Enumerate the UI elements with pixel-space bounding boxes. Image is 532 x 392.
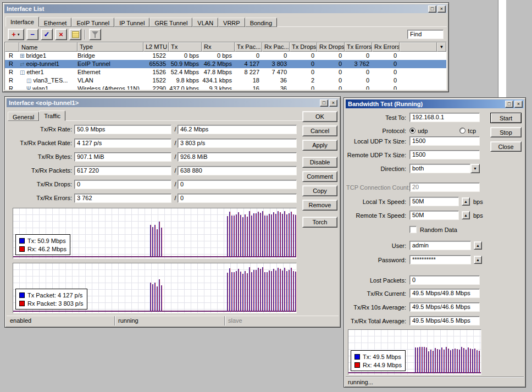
find-input[interactable]: Find bbox=[407, 30, 444, 39]
bandwidth-test-window: Bandwidth Test (Running) □ × Test To: 19… bbox=[343, 97, 526, 388]
row-rx-errors: 0 bbox=[372, 60, 400, 68]
test-to-input[interactable]: 192.168.0.1 bbox=[409, 113, 480, 122]
password-up-icon[interactable]: ▲ bbox=[474, 256, 482, 264]
table-row-bridge1[interactable]: R ⊞bridge1 Bridge 1522 0 bps 0 bps 0 0 0… bbox=[5, 52, 446, 60]
column-rx[interactable]: Rx bbox=[202, 42, 235, 52]
user-input[interactable]: admin bbox=[409, 241, 471, 250]
rx-packet-rate-field: 3 803 p/s bbox=[178, 139, 297, 148]
column-rx-errors[interactable]: Rx Errors bbox=[372, 42, 400, 52]
bandwidth-chart: Tx: 49.5 Mbps Rx: 44.9 Mbps bbox=[348, 329, 481, 375]
toolbar-separator bbox=[85, 30, 86, 40]
remote-udp-size-label: Remote UDP Tx Size: bbox=[346, 152, 409, 158]
row-name: ⊞bridge1 bbox=[19, 52, 77, 60]
direction-dropdown-button[interactable]: ▼ bbox=[470, 164, 480, 173]
user-up-icon[interactable]: ▲ bbox=[474, 241, 482, 250]
local-udp-size-input[interactable]: 1500 bbox=[409, 136, 480, 146]
txrx-10s-avg-label: Tx/Rx 10s Average: bbox=[346, 304, 409, 311]
row-flag: R bbox=[5, 76, 19, 85]
row-type: VLAN bbox=[77, 76, 143, 85]
bytes-label: Tx/Rx Bytes: bbox=[7, 152, 72, 162]
row-name-text: wlan1 bbox=[32, 85, 48, 90]
status-slave: slave bbox=[225, 316, 339, 325]
bandwidth-test-titlebar[interactable]: Bandwidth Test (Running) □ × bbox=[346, 100, 524, 108]
tab-vlan[interactable]: VLAN bbox=[192, 18, 218, 27]
random-data-label: Random Data bbox=[420, 227, 457, 233]
apply-button[interactable]: Apply bbox=[302, 140, 337, 151]
interface-list-titlebar[interactable]: Interface List □ × bbox=[4, 4, 447, 13]
row-tx: 0 bps bbox=[169, 52, 202, 60]
remove-button[interactable]: − bbox=[26, 29, 38, 40]
local-speed-input[interactable]: 50M bbox=[409, 197, 459, 206]
close-icon[interactable]: × bbox=[329, 100, 337, 107]
column-tx-drops[interactable]: Tx Drops bbox=[290, 42, 317, 52]
column-name[interactable]: Name bbox=[19, 42, 77, 52]
column-flag[interactable] bbox=[5, 42, 19, 52]
packet-chart: Tx Packet: 4 127 p/s Rx Packet: 3 803 p/… bbox=[13, 263, 297, 313]
tab-vrrp[interactable]: VRRP bbox=[218, 18, 245, 27]
close-icon[interactable]: × bbox=[437, 5, 446, 13]
remote-speed-input[interactable]: 50M bbox=[409, 211, 459, 220]
tab-ip-tunnel[interactable]: IP Tunnel bbox=[114, 18, 149, 27]
column-type[interactable]: Type bbox=[77, 42, 143, 52]
copy-button[interactable]: Copy bbox=[302, 185, 337, 196]
rx-drops-field: 0 bbox=[178, 180, 297, 189]
column-menu-button[interactable]: ▼ bbox=[437, 42, 446, 52]
tab-ethernet[interactable]: Ethernet bbox=[39, 18, 72, 27]
tab-eoip-tunnel[interactable]: EoIP Tunnel bbox=[71, 18, 114, 27]
cancel-button[interactable]: Cancel bbox=[302, 125, 337, 136]
row-l2mtu: 65535 bbox=[143, 60, 169, 68]
disable-button[interactable]: × bbox=[55, 29, 67, 40]
tab-gre-tunnel[interactable]: GRE Tunnel bbox=[149, 18, 192, 27]
table-row-eoip-tunnel1[interactable]: R ⇄eoip-tunnel1 EoIP Tunnel 65535 50.9 M… bbox=[5, 60, 446, 68]
lost-packets-label: Lost Packets: bbox=[346, 277, 409, 284]
table-row-ether1[interactable]: R ◫ether1 Ethernet 1526 52.4 Mbps 47.8 M… bbox=[5, 68, 446, 76]
protocol-udp-radio[interactable] bbox=[409, 128, 415, 134]
remote-speed-up-icon[interactable]: ▲ bbox=[462, 211, 470, 219]
row-tx-drops: 0 bbox=[290, 52, 317, 60]
start-button[interactable]: Start bbox=[490, 113, 522, 123]
close-icon[interactable]: × bbox=[514, 101, 523, 108]
add-button[interactable]: + ▼ bbox=[8, 29, 24, 40]
packets-label: Tx/Rx Packets: bbox=[7, 165, 72, 175]
disable-button[interactable]: Disable bbox=[302, 157, 337, 168]
slash-separator: / bbox=[173, 179, 178, 189]
ok-button[interactable]: OK bbox=[302, 111, 337, 122]
column-tx[interactable]: Tx bbox=[169, 42, 202, 52]
tab-general[interactable]: General bbox=[8, 112, 39, 121]
column-l2mtu[interactable]: L2 MTU bbox=[143, 42, 169, 52]
close-button[interactable]: Close bbox=[490, 141, 522, 152]
tab-interface[interactable]: Interface bbox=[5, 16, 39, 27]
row-rx: 434.1 kbps bbox=[202, 76, 235, 85]
row-rx-drops: 0 bbox=[317, 76, 345, 85]
column-rx-packet[interactable]: Rx Pac... bbox=[262, 42, 290, 52]
remove-button[interactable]: Remove bbox=[302, 200, 337, 211]
table-row-wlan1[interactable]: R Ψwlan1 Wireless (Atheros 11N) 2290 437… bbox=[5, 85, 446, 90]
interface-detail-titlebar[interactable]: Interface <eoip-tunnel1> □ × bbox=[7, 98, 339, 107]
maximize-icon[interactable]: □ bbox=[320, 100, 328, 107]
column-tx-errors[interactable]: Tx Errors bbox=[345, 42, 372, 52]
rate-chart-legend: Tx: 50.9 Mbps Rx: 46.2 Mbps bbox=[15, 234, 70, 255]
comment-button[interactable]: Comment bbox=[302, 171, 337, 182]
table-row-vlan3[interactable]: R ◫vlan3_TES... VLAN 1522 9.8 kbps 434.1… bbox=[5, 76, 446, 85]
enable-button[interactable]: ✓ bbox=[41, 29, 53, 40]
remote-udp-size-input[interactable]: 1500 bbox=[409, 150, 480, 159]
drops-label: Tx/Rx Drops: bbox=[7, 179, 72, 189]
errors-label: Tx/Rx Errors: bbox=[7, 193, 72, 203]
row-tx-drops: 0 bbox=[290, 60, 317, 68]
column-rx-drops[interactable]: Rx Drops bbox=[317, 42, 345, 52]
maximize-icon[interactable]: □ bbox=[505, 101, 513, 108]
stop-button[interactable]: Stop bbox=[490, 127, 522, 137]
protocol-tcp-radio[interactable] bbox=[459, 128, 465, 134]
comment-button[interactable] bbox=[69, 29, 81, 40]
tab-traffic[interactable]: Traffic bbox=[39, 111, 65, 121]
filter-button[interactable] bbox=[89, 29, 101, 40]
maximize-icon[interactable]: □ bbox=[428, 5, 436, 13]
password-input[interactable]: ********** bbox=[409, 255, 471, 264]
torch-button[interactable]: Torch bbox=[302, 217, 337, 228]
bandwidth-status-text: running... bbox=[348, 379, 373, 385]
random-data-checkbox[interactable] bbox=[409, 226, 417, 233]
tab-bonding[interactable]: Bonding bbox=[245, 18, 277, 27]
column-tx-packet[interactable]: Tx Pac... bbox=[235, 42, 262, 52]
local-speed-up-icon[interactable]: ▲ bbox=[462, 197, 470, 206]
direction-select[interactable]: both bbox=[409, 164, 470, 173]
